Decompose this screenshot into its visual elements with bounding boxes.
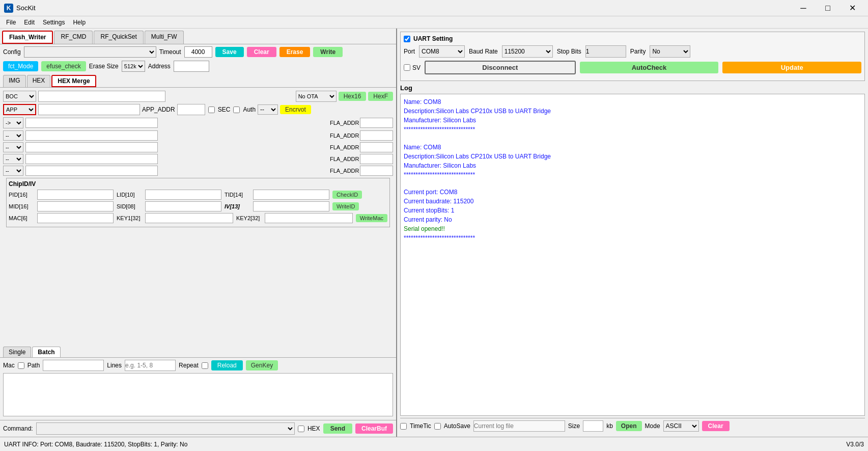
fct-mode-button[interactable]: fct_Mode xyxy=(3,61,38,71)
auth-select[interactable]: -- xyxy=(258,104,278,115)
ota-select[interactable]: No OTA OTA OTA2 xyxy=(296,91,337,102)
path-input[interactable] xyxy=(43,360,104,371)
log-bottom-row: TimeTic AutoSave Size kb Open Mode ASCII… xyxy=(400,418,865,434)
menu-help[interactable]: Help xyxy=(69,18,90,27)
timetic-checkbox[interactable] xyxy=(400,423,407,430)
lines-input[interactable] xyxy=(125,360,176,371)
row3-select[interactable]: -> -- xyxy=(3,117,23,128)
log-line-1: Name: COM8 xyxy=(404,97,861,107)
fla-file-input-3[interactable] xyxy=(25,142,158,152)
row3-input[interactable] xyxy=(25,118,158,128)
close-button[interactable]: ✕ xyxy=(841,0,864,16)
baud-rate-select[interactable]: 9600 19200 38400 57600 115200 230400 xyxy=(502,45,553,58)
log-file-input[interactable] xyxy=(473,420,565,432)
lid-input[interactable] xyxy=(145,190,221,200)
fla-input-5[interactable] xyxy=(360,166,393,176)
open-button[interactable]: Open xyxy=(616,421,642,431)
erase-size-select[interactable]: 512k 256k 128k xyxy=(122,61,145,72)
mode-select[interactable]: ASCII HEX xyxy=(663,420,699,432)
fla-select-2[interactable]: -- xyxy=(3,130,23,141)
mac-input[interactable] xyxy=(37,213,114,223)
fla-input-3[interactable] xyxy=(360,142,393,152)
pid-input[interactable] xyxy=(37,190,114,200)
key2-input[interactable] xyxy=(265,213,353,223)
tid-input[interactable] xyxy=(253,190,329,200)
minimize-button[interactable]: ─ xyxy=(792,0,815,16)
fla-select-3[interactable]: -- xyxy=(3,142,23,152)
clearbuf-button[interactable]: ClearBuf xyxy=(355,423,393,434)
tab-single[interactable]: Single xyxy=(3,347,31,357)
fla-select-5[interactable]: -- xyxy=(3,166,23,176)
menu-file[interactable]: File xyxy=(2,18,20,27)
tab-batch[interactable]: Batch xyxy=(32,347,60,357)
config-select[interactable] xyxy=(24,46,156,58)
parity-select[interactable]: No Even Odd xyxy=(650,45,690,58)
tab-flash-writer[interactable]: Flash_Writer xyxy=(2,31,53,44)
fla-file-input-2[interactable] xyxy=(25,130,158,141)
key1-input[interactable] xyxy=(145,213,233,223)
sub-tab-img[interactable]: IMG xyxy=(3,75,26,87)
clear-log-button[interactable]: Clear xyxy=(702,421,730,431)
mid-input[interactable] xyxy=(37,201,114,211)
boc-input[interactable] xyxy=(38,91,165,102)
auth-checkbox[interactable] xyxy=(233,107,240,113)
fla-select-4[interactable]: -- xyxy=(3,154,23,164)
write-mac-button[interactable]: WriteMac xyxy=(356,214,387,222)
erase-button[interactable]: Erase xyxy=(279,47,311,57)
sec-checkbox[interactable] xyxy=(208,107,215,113)
encrypt-button[interactable]: Encrvot xyxy=(280,105,311,114)
reload-button[interactable]: Reload xyxy=(211,360,243,370)
disconnect-button[interactable]: Disconnect xyxy=(425,61,576,74)
mac-checkbox[interactable] xyxy=(18,362,24,369)
uart-enable-checkbox[interactable] xyxy=(404,36,410,42)
hex-checkbox[interactable] xyxy=(298,426,304,432)
fla-input-1[interactable] xyxy=(360,118,393,128)
boc-select[interactable]: BOC xyxy=(3,91,36,102)
app-input[interactable] xyxy=(38,104,140,115)
app-select[interactable]: APP xyxy=(3,104,36,115)
sub-tab-hex[interactable]: HEX xyxy=(27,75,51,87)
write-button[interactable]: Write xyxy=(313,47,343,57)
tab-rf-cmd[interactable]: RF_CMD xyxy=(54,31,93,44)
fla-label-1: FLA_ADDR xyxy=(330,120,358,126)
mode-label: Mode xyxy=(645,422,660,430)
chipid-row-1: PID[16] LID[10] TID[14] CheckID xyxy=(9,190,387,200)
autosave-checkbox[interactable] xyxy=(434,423,441,430)
sv-checkbox[interactable] xyxy=(404,64,410,71)
address-input[interactable] xyxy=(174,61,209,72)
tab-rf-quickset[interactable]: RF_QuickSet xyxy=(94,31,143,44)
efuse-check-button[interactable]: efuse_check xyxy=(41,61,86,71)
sub-tab-hex-merge[interactable]: HEX Merge xyxy=(51,75,96,87)
fla-input-2[interactable] xyxy=(360,130,393,141)
send-button[interactable]: Send xyxy=(323,423,352,434)
check-id-button[interactable]: CheckID xyxy=(332,191,362,199)
sid-input[interactable] xyxy=(145,201,221,211)
fla-input-4[interactable] xyxy=(360,154,393,164)
app-addr-label: APP_ADDR xyxy=(142,106,175,113)
autocheck-button[interactable]: AutoCheck xyxy=(580,62,719,73)
menu-edit[interactable]: Edit xyxy=(20,18,39,27)
repeat-checkbox[interactable] xyxy=(202,362,208,369)
maximize-button[interactable]: □ xyxy=(816,0,839,16)
genkey-button[interactable]: GenKey xyxy=(246,360,278,370)
update-button[interactable]: Update xyxy=(722,62,861,73)
timeout-input[interactable] xyxy=(184,46,212,58)
write-id-button[interactable]: WriteID xyxy=(332,202,359,210)
app-addr-input[interactable] xyxy=(177,104,205,115)
command-select[interactable] xyxy=(36,422,295,435)
hex16-button[interactable]: Hex16 xyxy=(339,92,367,101)
uart-section: UART Setting Port COM8 Baud Rate 9600 19… xyxy=(400,32,865,81)
save-button[interactable]: Save xyxy=(215,47,244,57)
port-select[interactable]: COM8 xyxy=(419,45,465,58)
tab-multi-fw[interactable]: Multi_FW xyxy=(145,31,184,44)
fla-file-input-5[interactable] xyxy=(25,166,158,176)
chipid-row-2: MID[16] SID[08] IV[13] WriteID xyxy=(9,201,387,211)
clear-button-top[interactable]: Clear xyxy=(247,47,276,57)
log-line-12: Current parity: No xyxy=(404,215,861,224)
kb-input[interactable] xyxy=(583,420,603,432)
iv-input[interactable] xyxy=(253,201,329,211)
menu-settings[interactable]: Settings xyxy=(39,18,69,27)
fla-file-input-4[interactable] xyxy=(25,154,158,164)
batch-textarea[interactable] xyxy=(3,373,393,416)
hexf-button[interactable]: HexF xyxy=(368,92,393,101)
